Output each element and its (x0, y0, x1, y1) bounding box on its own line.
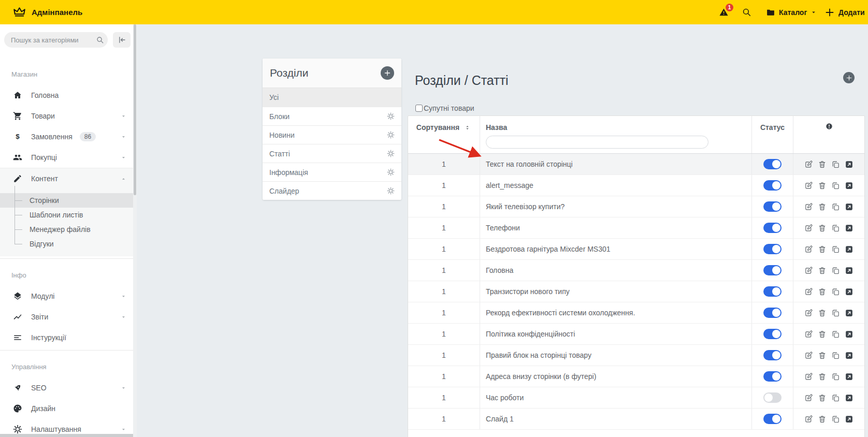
section-list-item[interactable]: Новини (263, 125, 401, 144)
table-row[interactable]: 1Телефони (408, 217, 864, 239)
open-button[interactable] (845, 160, 853, 169)
name-filter-input[interactable] (486, 136, 708, 149)
section-list-item[interactable]: Статті (263, 144, 401, 163)
status-toggle[interactable] (763, 392, 782, 403)
open-button[interactable] (845, 330, 853, 339)
open-button[interactable] (845, 394, 853, 402)
delete-button[interactable] (818, 245, 827, 254)
edit-button[interactable] (804, 309, 813, 317)
edit-button[interactable] (804, 394, 813, 402)
edit-button[interactable] (804, 415, 813, 424)
table-row[interactable]: 1Політика конфіденційності (408, 324, 864, 345)
sidebar-item[interactable]: Покупці (0, 147, 133, 168)
add-article-button[interactable] (843, 72, 855, 83)
sidebar-item[interactable]: $Замовлення86 (0, 126, 133, 147)
gear-icon[interactable] (387, 131, 395, 139)
delete-button[interactable] (818, 181, 827, 190)
column-sort[interactable]: Сортування (408, 116, 480, 153)
table-row[interactable]: 1alert_message (408, 175, 864, 196)
edit-button[interactable] (804, 330, 813, 339)
info-icon[interactable] (825, 122, 833, 130)
delete-button[interactable] (818, 224, 827, 232)
delete-button[interactable] (818, 351, 827, 360)
delete-button[interactable] (818, 287, 827, 296)
open-button[interactable] (845, 224, 853, 232)
category-search-input[interactable] (4, 32, 108, 48)
section-list-item[interactable]: Слайдер (263, 181, 401, 200)
add-section-button[interactable] (381, 66, 394, 80)
delete-button[interactable] (818, 160, 827, 169)
duplicate-button[interactable] (831, 245, 840, 254)
related-products-option[interactable]: Супутні товари (415, 104, 474, 112)
status-toggle[interactable] (763, 414, 782, 424)
scrollbar-thumb[interactable] (134, 24, 136, 195)
gear-icon[interactable] (387, 168, 395, 176)
sort-icon[interactable] (464, 124, 471, 132)
duplicate-button[interactable] (831, 415, 840, 424)
open-button[interactable] (845, 415, 853, 424)
sidebar-subitem[interactable]: Відгуки (0, 237, 133, 251)
open-button[interactable] (845, 372, 853, 381)
duplicate-button[interactable] (831, 351, 840, 360)
edit-button[interactable] (804, 372, 813, 381)
open-button[interactable] (845, 202, 853, 211)
section-list-item[interactable]: Інформація (263, 163, 401, 181)
collapse-sidebar-button[interactable] (113, 32, 131, 48)
status-toggle[interactable] (763, 350, 782, 360)
status-toggle[interactable] (763, 201, 782, 212)
search-icon[interactable] (742, 7, 751, 17)
gear-icon[interactable] (387, 150, 395, 157)
duplicate-button[interactable] (831, 224, 840, 232)
status-toggle[interactable] (763, 244, 782, 254)
duplicate-button[interactable] (831, 287, 840, 296)
table-row[interactable]: 1Слайд 1 (408, 409, 864, 430)
delete-button[interactable] (818, 266, 827, 275)
catalog-menu-button[interactable]: Каталог (766, 0, 817, 24)
table-row[interactable]: 1Адреса внизу сторінки (в футері) (408, 366, 864, 387)
open-button[interactable] (845, 309, 853, 317)
duplicate-button[interactable] (831, 181, 840, 190)
table-row[interactable]: 1Рекорд ефективності системи охолодження… (408, 302, 864, 324)
delete-button[interactable] (818, 415, 827, 424)
status-toggle[interactable] (763, 329, 782, 339)
status-toggle[interactable] (763, 180, 782, 191)
table-row[interactable]: 1Час роботи (408, 387, 864, 409)
status-toggle[interactable] (763, 159, 782, 169)
delete-button[interactable] (818, 202, 827, 211)
gear-icon[interactable] (387, 187, 395, 195)
table-row[interactable]: 1Головна (408, 260, 864, 281)
sidebar-scrollbar[interactable] (133, 24, 137, 437)
edit-button[interactable] (804, 160, 813, 169)
sidebar-item[interactable]: Звіти (0, 307, 133, 327)
gear-icon[interactable] (387, 112, 395, 120)
edit-button[interactable] (804, 351, 813, 360)
open-button[interactable] (845, 351, 853, 360)
delete-button[interactable] (818, 372, 827, 381)
duplicate-button[interactable] (831, 309, 840, 317)
duplicate-button[interactable] (831, 266, 840, 275)
sidebar-item[interactable]: Інстурукції (0, 327, 133, 348)
table-row[interactable]: 1Який телевізор купити? (408, 196, 864, 217)
delete-button[interactable] (818, 330, 827, 339)
open-button[interactable] (845, 245, 853, 254)
status-toggle[interactable] (763, 265, 782, 275)
sidebar-item[interactable]: Дизайн (0, 398, 133, 419)
open-button[interactable] (845, 266, 853, 275)
duplicate-button[interactable] (831, 160, 840, 169)
status-toggle[interactable] (763, 223, 782, 233)
open-button[interactable] (845, 287, 853, 296)
status-toggle[interactable] (763, 286, 782, 297)
table-row[interactable]: 1Правий блок на сторінці товару (408, 345, 864, 366)
related-products-checkbox[interactable] (415, 105, 423, 112)
edit-button[interactable] (804, 202, 813, 211)
section-list-item[interactable]: Усі (263, 88, 401, 107)
status-toggle[interactable] (763, 371, 782, 382)
duplicate-button[interactable] (831, 372, 840, 381)
delete-button[interactable] (818, 394, 827, 402)
duplicate-button[interactable] (831, 202, 840, 211)
sidebar-horizontal-scrollbar[interactable] (0, 434, 133, 437)
sidebar-item[interactable]: SEO (0, 377, 133, 398)
edit-button[interactable] (804, 266, 813, 275)
table-row[interactable]: 1Бездротова гарнітура Mixcder MS301 (408, 239, 864, 260)
duplicate-button[interactable] (831, 394, 840, 402)
